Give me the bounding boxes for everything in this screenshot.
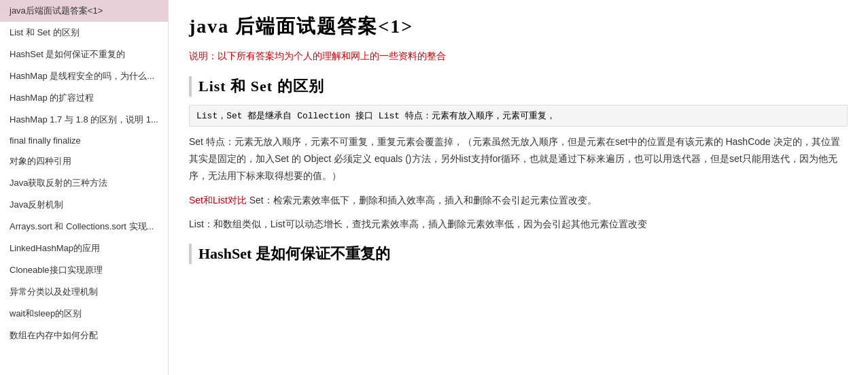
sidebar-item-list-set[interactable]: List 和 Set 的区别 (0, 22, 168, 44)
section1-title: List 和 Set 的区别 (189, 76, 848, 97)
sidebar-item-hashmap-expand[interactable]: HashMap 的扩容过程 (0, 87, 168, 109)
sidebar-item-hashmap-thread[interactable]: HashMap 是线程安全的吗，为什么... (0, 65, 168, 87)
sidebar-item-exception[interactable]: 异常分类以及处理机制 (0, 281, 168, 303)
sidebar-item-four-ref[interactable]: 对象的四种引用 (0, 150, 168, 172)
sidebar-item-linkedhashmap[interactable]: LinkedHashMap的应用 (0, 238, 168, 259)
section1-para2-after: Set：检索元素效率低下，删除和插入效率高，插入和删除不会引起元素位置改变。 (249, 195, 597, 206)
sidebar-item-title[interactable]: java后端面试题答案<1> (0, 0, 168, 22)
section1-para2-red: Set和List对比 (189, 195, 247, 206)
sidebar-item-hashmap-17-18[interactable]: HashMap 1.7 与 1.8 的区别，说明 1... (0, 109, 168, 131)
sidebar-item-cloneable[interactable]: Cloneable接口实现原理 (0, 259, 168, 281)
section1-para2: Set和List对比 Set：检索元素效率低下，删除和插入效率高，插入和删除不会… (189, 192, 848, 209)
sidebar-item-array-memory[interactable]: 数组在内存中如何分配 (0, 325, 168, 346)
sidebar-item-hashset[interactable]: HashSet 是如何保证不重复的 (0, 44, 168, 65)
section1-para3: List：和数组类似，List可以动态增长，查找元素效率高，插入删除元素效率低，… (189, 216, 848, 233)
section1-para1: Set 特点：元素无放入顺序，元素不可重复，重复元素会覆盖掉，（元素虽然无放入顺… (189, 133, 848, 185)
section1-code: List，Set 都是继承自 Collection 接口 List 特点：元素有… (189, 105, 848, 127)
section2-title: HashSet 是如何保证不重复的 (189, 244, 848, 264)
sidebar: java后端面试题答案<1> List 和 Set 的区别 HashSet 是如… (0, 0, 169, 375)
sidebar-item-final[interactable]: final finally finalize (0, 131, 168, 150)
main-content: java 后端面试题答案<1> 说明：以下所有答案均为个人的理解和网上的一些资料… (169, 0, 868, 375)
sidebar-item-arrays-sort[interactable]: Arrays.sort 和 Collections.sort 实现... (0, 216, 168, 238)
page-title: java 后端面试题答案<1> (189, 14, 848, 39)
sidebar-item-reflection[interactable]: Java反射机制 (0, 194, 168, 216)
subtitle: 说明：以下所有答案均为个人的理解和网上的一些资料的整合 (189, 50, 848, 63)
sidebar-item-reflection-methods[interactable]: Java获取反射的三种方法 (0, 172, 168, 194)
sidebar-item-wait-sleep[interactable]: wait和sleep的区别 (0, 303, 168, 325)
section1-para1-text: Set 特点：元素无放入顺序，元素不可重复，重复元素会覆盖掉，（元素虽然无放入顺… (189, 136, 840, 181)
